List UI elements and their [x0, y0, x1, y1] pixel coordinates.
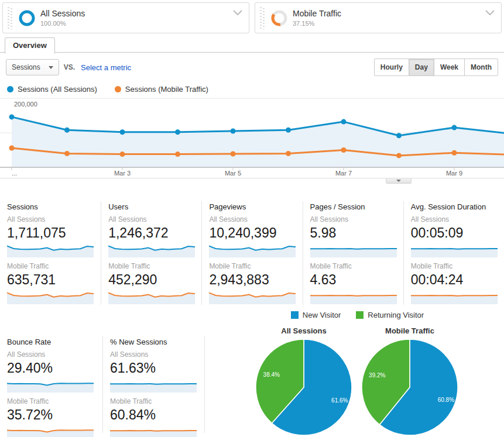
segment-card-all-sessions[interactable]: All Sessions 100.00%	[2, 2, 249, 33]
metric-value: 2,943,883	[209, 272, 295, 288]
metric-value: 00:05:09	[411, 225, 497, 241]
pie-legend-item-new-visitor: New Visitor	[291, 311, 341, 319]
pie-chart-all-sessions: 61.6%38.4%	[255, 339, 352, 436]
svg-text:Mar 3: Mar 3	[114, 170, 131, 177]
metric-value: 1,246,372	[108, 225, 194, 241]
metric-value: 60.84%	[110, 407, 197, 423]
granularity-hourly-button[interactable]: Hourly	[374, 59, 409, 76]
pie-chart-mobile-traffic: 60.8%39.2%	[361, 339, 458, 436]
metric-sparkline	[411, 243, 498, 258]
granularity-month-button[interactable]: Month	[465, 59, 498, 76]
select-a-metric-link[interactable]: Select a metric	[81, 63, 131, 72]
metric-sparkline	[310, 243, 397, 258]
svg-text:38.4%: 38.4%	[263, 371, 280, 378]
caret-down-icon	[49, 66, 53, 69]
metric-value: 5.98	[310, 225, 396, 241]
metric-segment-label: Mobile Traffic	[7, 397, 95, 405]
chart-collapse-handle[interactable]	[386, 178, 412, 184]
metric-select-dropdown[interactable]: Sessions	[6, 59, 59, 75]
metric-value: 00:04:24	[411, 272, 497, 288]
chart-legend: Sessions (All Sessions) Sessions (Mobile…	[7, 85, 504, 94]
metric-title: Sessions	[7, 202, 94, 211]
metric-sparkline	[209, 243, 296, 258]
segment-card-mobile-traffic[interactable]: Mobile Traffic 37.15%	[255, 2, 502, 33]
metric-sparkline	[108, 243, 195, 258]
metric-value: 35.72%	[7, 407, 95, 423]
metric-sparkline	[110, 378, 197, 393]
granularity-button-group: Hourly Day Week Month	[374, 59, 498, 76]
metric-value: 4.63	[310, 272, 396, 288]
metric-sparkline	[110, 425, 197, 437]
legend-square-icon	[291, 311, 299, 319]
metric-value: 61.63%	[110, 360, 197, 376]
metric-segment-label: Mobile Traffic	[7, 262, 94, 270]
metric-segment-label: All Sessions	[411, 215, 497, 223]
segment-title: All Sessions	[40, 9, 85, 18]
granularity-week-button[interactable]: Week	[434, 59, 465, 76]
metric-title: Pageviews	[209, 202, 295, 211]
legend-item-all-sessions: Sessions (All Sessions)	[7, 85, 97, 94]
tab-bar: Overview	[0, 37, 504, 53]
svg-text:Mar 7: Mar 7	[335, 170, 352, 177]
pie-legend: New Visitor Returning Visitor	[211, 311, 504, 319]
metric-value: 1,711,075	[7, 225, 94, 241]
sessions-timeseries-chart[interactable]: 100,000200,000...Mar 3Mar 5Mar 7Mar 9	[0, 95, 504, 178]
pie-title-all-sessions: All Sessions	[255, 326, 352, 335]
metric-card-users: Users All Sessions 1,246,372 Mobile Traf…	[101, 201, 201, 305]
segment-donut-icon	[18, 9, 36, 27]
svg-text:200,000: 200,000	[14, 101, 37, 108]
drag-grip-icon[interactable]	[8, 7, 13, 29]
metric-sparkline	[209, 290, 296, 305]
svg-text:...: ...	[12, 170, 17, 177]
legend-label: Sessions (All Sessions)	[18, 85, 97, 94]
metric-value: 635,731	[7, 272, 94, 288]
segment-cards-row: All Sessions 100.00% Mobile Traffic 37.1…	[0, 0, 504, 33]
metric-sparkline	[411, 290, 498, 305]
metric-title: Avg. Session Duration	[411, 202, 497, 211]
metric-segment-label: Mobile Traffic	[411, 262, 497, 270]
chart-divider	[0, 178, 504, 184]
metric-card-bounce-rate: Bounce Rate All Sessions 29.40% Mobile T…	[0, 336, 102, 433]
metric-sparkline	[108, 290, 195, 305]
toolbar: Sessions vs. Select a metric Hourly Day …	[6, 59, 498, 76]
vs-label: vs.	[64, 63, 75, 71]
metric-title: Users	[108, 202, 194, 211]
segment-donut-icon	[270, 9, 288, 27]
metric-sparkline	[7, 243, 94, 258]
metric-segment-label: All Sessions	[7, 215, 94, 223]
metric-segment-label: Mobile Traffic	[209, 262, 295, 270]
metric-value: 29.40%	[7, 360, 95, 376]
granularity-day-button[interactable]: Day	[409, 59, 434, 76]
metrics-row-1: Sessions All Sessions 1,711,075 Mobile T…	[0, 201, 504, 305]
metric-card-sessions: Sessions All Sessions 1,711,075 Mobile T…	[0, 201, 101, 305]
svg-text:39.2%: 39.2%	[369, 372, 385, 378]
legend-label: Sessions (Mobile Traffic)	[125, 85, 208, 94]
pie-legend-label: Returning Visitor	[368, 311, 424, 319]
chevron-down-icon[interactable]	[232, 8, 243, 18]
svg-text:61.6%: 61.6%	[331, 397, 348, 404]
metric-segment-label: Mobile Traffic	[108, 262, 194, 270]
metric-value: 452,290	[108, 272, 194, 288]
metric-segment-label: All Sessions	[209, 215, 295, 223]
chevron-down-icon[interactable]	[485, 8, 495, 18]
drag-grip-icon[interactable]	[260, 7, 266, 29]
metrics-row-2: Bounce Rate All Sessions 29.40% Mobile T…	[0, 336, 205, 433]
metric-segment-label: All Sessions	[110, 350, 197, 359]
metric-card-pageviews: Pageviews All Sessions 10,240,399 Mobile…	[201, 201, 302, 305]
triangle-down-icon	[396, 180, 401, 182]
metric-card-pages-per-session: Pages / Session All Sessions 5.98 Mobile…	[303, 201, 403, 305]
metric-sparkline	[310, 290, 397, 305]
metric-title: Bounce Rate	[7, 338, 95, 346]
metric-title: % New Sessions	[110, 338, 197, 346]
bottom-section: Bounce Rate All Sessions 29.40% Mobile T…	[0, 307, 504, 437]
metric-value: 10,240,399	[209, 225, 295, 241]
segment-title: Mobile Traffic	[293, 9, 341, 18]
pie-legend-item-returning-visitor: Returning Visitor	[356, 311, 424, 319]
segment-percent: 37.15%	[293, 20, 341, 27]
visitor-type-pies: New Visitor Returning Visitor All Sessio…	[243, 307, 504, 436]
metric-card-percent-new-sessions: % New Sessions All Sessions 61.63% Mobil…	[102, 336, 205, 433]
tab-overview[interactable]: Overview	[5, 37, 55, 54]
metric-segment-label: All Sessions	[7, 350, 95, 359]
legend-square-icon	[356, 311, 364, 319]
metric-select-label: Sessions	[12, 63, 40, 71]
